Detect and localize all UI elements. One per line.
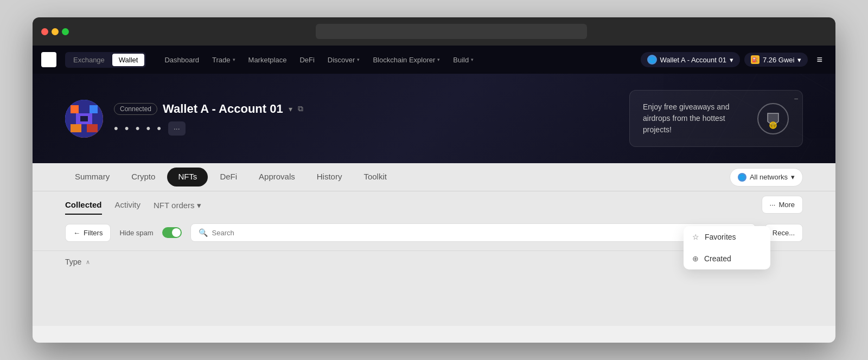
hide-spam-label: Hide spam <box>119 229 153 237</box>
favorites-star-icon: ☆ <box>692 233 699 241</box>
dropdown-item-created[interactable]: ⊕ Created <box>684 248 770 269</box>
svg-rect-9 <box>87 124 98 132</box>
nft-orders-button[interactable]: NFT orders ▾ <box>154 201 201 215</box>
nav-link-discover[interactable]: Discover ▾ <box>322 53 366 67</box>
sub-tab-activity[interactable]: Activity <box>115 200 141 215</box>
nav-link-build[interactable]: Build ▾ <box>448 53 479 67</box>
svg-rect-1 <box>50 54 54 59</box>
hero-section: Connected Wallet A - Account 01 ▾ ⧉ • • … <box>33 74 835 163</box>
svg-rect-0 <box>43 54 48 59</box>
traffic-lights <box>41 28 69 35</box>
promo-text: Enjoy free giveaways and airdrops from t… <box>643 101 748 136</box>
avatar <box>65 100 103 138</box>
nft-orders-chevron-icon: ▾ <box>197 201 201 210</box>
discover-chevron-icon: ▾ <box>357 57 360 62</box>
type-chevron-icon[interactable]: ∧ <box>86 259 90 266</box>
sub-tab-collected[interactable]: Collected <box>65 200 102 215</box>
main-tabs-list: Summary Crypto NFTs DeFi Approvals <box>65 163 730 191</box>
app: Exchange Wallet Dashboard Trade ▾ Market… <box>33 46 835 326</box>
wallet-selector-chevron-icon: ▾ <box>730 56 733 64</box>
more-dropdown-area: ··· ··· More More ☆ Favorites ⊕ Created <box>762 196 803 214</box>
nav-right: 🌐 Wallet A - Account 01 ▾ ⛽ 7.26 Gwei ▾ … <box>641 52 827 68</box>
svg-rect-3 <box>50 61 54 65</box>
hide-spam-toggle[interactable] <box>162 227 182 238</box>
top-nav: Exchange Wallet Dashboard Trade ▾ Market… <box>33 46 835 74</box>
logo-icon <box>41 52 56 67</box>
tab-crypto[interactable]: Crypto <box>122 163 165 191</box>
nav-link-blockchain-explorer[interactable]: Blockchain Explorer ▾ <box>367 53 445 67</box>
nav-toggle: Exchange Wallet <box>65 52 146 68</box>
browser-window: Exchange Wallet Dashboard Trade ▾ Market… <box>33 17 835 343</box>
dropdown-item-favorites[interactable]: ☆ Favorites <box>684 226 770 248</box>
gwei-icon: ⛽ <box>751 55 760 64</box>
browser-chrome <box>33 17 835 46</box>
search-icon: 🔍 <box>199 228 208 237</box>
filters-button[interactable]: ← Filters <box>65 224 111 242</box>
networks-globe-icon: 🌐 <box>738 173 746 182</box>
networks-chevron-icon: ▾ <box>791 173 795 181</box>
wallet-address-mask: • • • • • <box>114 121 163 136</box>
avatar-image <box>65 100 103 138</box>
wallet-more-button[interactable]: ··· <box>168 121 186 136</box>
tab-history[interactable]: History <box>307 163 352 191</box>
wallet-selector[interactable]: 🌐 Wallet A - Account 01 ▾ <box>641 52 740 67</box>
svg-rect-8 <box>71 124 81 132</box>
svg-text:$: $ <box>772 124 775 129</box>
wallet-globe-icon: 🌐 <box>647 55 657 65</box>
more-dots-icon: ··· <box>770 201 776 209</box>
search-bar: 🔍 <box>190 223 756 242</box>
promo-icon: $ <box>757 102 789 135</box>
wallet-info: Connected Wallet A - Account 01 ▾ ⧉ • • … <box>114 102 303 136</box>
exchange-toggle-btn[interactable]: Exchange <box>67 54 111 66</box>
wallet-name-chevron-icon[interactable]: ▾ <box>289 105 292 113</box>
main-tabs-bar: Summary Crypto NFTs DeFi Approvals <box>33 163 835 191</box>
more-button[interactable]: ··· ··· More More <box>762 196 803 214</box>
promo-card: Enjoy free giveaways and airdrops from t… <box>629 90 803 147</box>
nav-link-marketplace[interactable]: Marketplace <box>243 53 292 67</box>
tab-approvals[interactable]: Approvals <box>249 163 305 191</box>
toggle-knob <box>172 228 181 237</box>
tab-toolkit[interactable]: Toolkit <box>354 163 397 191</box>
content-area: Summary Crypto NFTs DeFi Approvals <box>33 163 835 326</box>
wallet-name-row: Connected Wallet A - Account 01 ▾ ⧉ <box>114 102 303 116</box>
networks-button[interactable]: 🌐 All networks ▾ <box>730 168 803 187</box>
gwei-badge[interactable]: ⛽ 7.26 Gwei ▾ <box>744 53 808 67</box>
traffic-light-red[interactable] <box>41 28 48 35</box>
wallet-selector-name: Wallet A - Account 01 <box>660 56 726 64</box>
nav-link-trade[interactable]: Trade ▾ <box>207 53 240 67</box>
wallet-display-name: Wallet A - Account 01 <box>163 102 283 116</box>
sub-tabs-bar: Collected Activity NFT orders ▾ <box>33 191 835 215</box>
blockchain-explorer-chevron-icon: ▾ <box>437 57 440 62</box>
svg-rect-6 <box>90 105 98 113</box>
nav-link-defi[interactable]: DeFi <box>294 53 320 67</box>
nav-link-dashboard[interactable]: Dashboard <box>159 53 205 67</box>
networks-label: All networks <box>750 173 788 181</box>
traffic-light-green[interactable] <box>62 28 69 35</box>
sub-tabs-container: Collected Activity NFT orders ▾ ··· ··· … <box>33 191 835 215</box>
traffic-light-yellow[interactable] <box>52 28 59 35</box>
created-plus-circle-icon: ⊕ <box>692 254 699 263</box>
tab-defi[interactable]: DeFi <box>210 163 247 191</box>
trade-chevron-icon: ▾ <box>233 57 235 62</box>
tab-summary[interactable]: Summary <box>65 163 119 191</box>
gwei-chevron-icon: ▾ <box>797 56 801 64</box>
wallet-toggle-btn[interactable]: Wallet <box>112 54 145 66</box>
wallet-copy-icon[interactable]: ⧉ <box>298 104 303 113</box>
svg-rect-2 <box>43 61 48 65</box>
filter-arrow-icon: ← <box>73 229 80 237</box>
gwei-label: 7.26 Gwei <box>763 56 795 64</box>
promo-close-icon[interactable]: – <box>794 95 798 102</box>
connected-badge: Connected <box>114 103 157 115</box>
wallet-address-row: • • • • • ··· <box>114 121 303 136</box>
type-label: Type <box>65 258 81 266</box>
svg-rect-10 <box>80 116 88 121</box>
build-chevron-icon: ▾ <box>471 57 474 62</box>
more-dropdown-menu: ☆ Favorites ⊕ Created <box>684 226 770 269</box>
tab-nfts[interactable]: NFTs <box>167 168 208 187</box>
address-bar[interactable] <box>316 24 587 39</box>
search-input[interactable] <box>212 229 748 237</box>
svg-rect-5 <box>71 105 79 113</box>
logo <box>41 52 56 67</box>
hamburger-menu-icon[interactable]: ≡ <box>812 52 827 68</box>
nav-links: Dashboard Trade ▾ Marketplace DeFi Disco… <box>159 53 636 67</box>
